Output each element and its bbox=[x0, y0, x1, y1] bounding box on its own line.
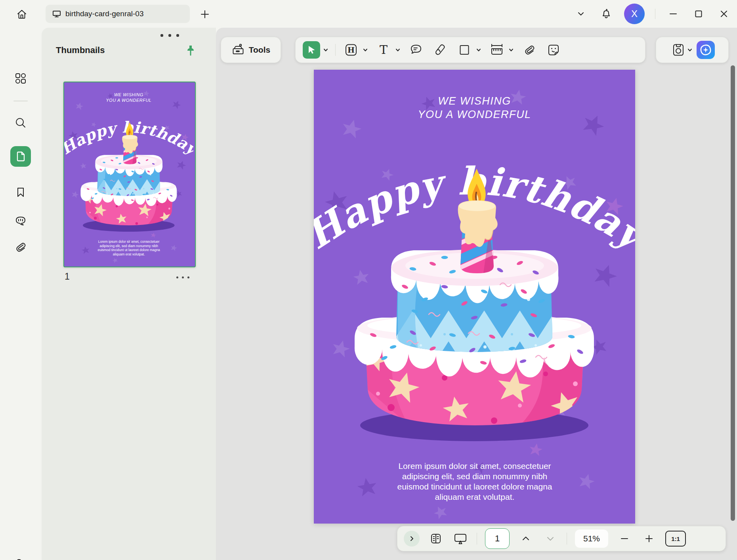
home-button[interactable] bbox=[12, 7, 32, 21]
close-button[interactable] bbox=[716, 6, 731, 21]
attachment-icon bbox=[14, 241, 27, 253]
chevron-down-icon bbox=[364, 49, 367, 51]
card-eyebrow-line1: WE WISHING bbox=[314, 94, 635, 108]
maximize-button[interactable] bbox=[691, 6, 706, 21]
page-number-input[interactable] bbox=[485, 528, 510, 549]
candle bbox=[456, 169, 498, 273]
zoom-value: 51% bbox=[583, 534, 600, 543]
tab-title: birthday-card-genral-03 bbox=[65, 10, 144, 18]
reading-mode-button[interactable] bbox=[428, 530, 444, 547]
thumbnail-page-1[interactable]: WE WISHING YOU A WONDERFUL Happy birthda… bbox=[63, 82, 196, 267]
bell-icon bbox=[601, 8, 612, 19]
minimize-button[interactable] bbox=[666, 6, 681, 21]
sticker-tool-button[interactable] bbox=[545, 41, 562, 59]
statusbar-divider bbox=[477, 533, 477, 545]
tools-button[interactable]: Tools bbox=[221, 37, 281, 63]
canvas-area: WE WISHING YOU A WONDERFUL Happy birthda… bbox=[216, 28, 737, 560]
attach-tool-button[interactable] bbox=[521, 41, 538, 59]
zoom-level[interactable]: 51% bbox=[575, 530, 608, 548]
ai-assistant-icon bbox=[700, 44, 712, 56]
select-tool-button[interactable] bbox=[303, 41, 320, 59]
previous-page-button[interactable] bbox=[517, 530, 534, 547]
sidebar-item-attachments[interactable] bbox=[10, 237, 31, 257]
presentation-mode-button[interactable] bbox=[452, 530, 469, 547]
ai-assistant-button[interactable] bbox=[697, 41, 715, 59]
shape-square-icon bbox=[460, 46, 469, 54]
measure-tool-dropdown[interactable] bbox=[508, 47, 514, 53]
snapshot-icon bbox=[672, 43, 685, 57]
actual-size-button[interactable]: 1:1 bbox=[665, 531, 686, 547]
tabs-dropdown-button[interactable] bbox=[573, 6, 588, 21]
thumbnail-card[interactable]: WE WISHING YOU A WONDERFUL Happy birthda… bbox=[64, 82, 193, 265]
expand-bar-button[interactable] bbox=[404, 531, 420, 547]
avatar[interactable]: X bbox=[624, 4, 645, 24]
snapshot-tool-dropdown[interactable] bbox=[687, 47, 693, 53]
sidebar-item-theme[interactable] bbox=[10, 554, 31, 560]
sidebar-item-bookmarks[interactable] bbox=[10, 182, 31, 202]
shape-tool-dropdown[interactable] bbox=[476, 47, 481, 53]
comment-tool-icon bbox=[409, 43, 423, 57]
card-body-text: Lorem ipsum dolor sit amet, consectetuer… bbox=[94, 240, 164, 256]
sidebar-item-apps[interactable] bbox=[10, 68, 31, 89]
pen-tool-button[interactable] bbox=[432, 41, 449, 59]
expand-icon bbox=[411, 537, 413, 541]
app-window: birthday-card-genral-03 X bbox=[0, 0, 737, 560]
presentation-icon bbox=[454, 532, 467, 545]
heading-tool-button[interactable]: H bbox=[342, 41, 360, 59]
document-tab[interactable]: birthday-card-genral-03 bbox=[46, 5, 190, 23]
snapshot-tool-button[interactable] bbox=[670, 41, 687, 59]
titlebar-divider bbox=[655, 9, 655, 19]
svg-text:H: H bbox=[347, 46, 355, 54]
next-page-button[interactable] bbox=[542, 530, 559, 547]
snapshot-ai-toolbar bbox=[656, 37, 729, 63]
pin-icon bbox=[184, 44, 197, 57]
maximize-icon bbox=[696, 11, 702, 17]
plus-icon bbox=[201, 11, 208, 18]
bottom-statusbar: 51% 1:1 bbox=[397, 526, 726, 551]
card-eyebrow-line2: YOU A WONDERFUL bbox=[314, 108, 635, 121]
vertical-scrollbar[interactable] bbox=[731, 65, 735, 521]
new-tab-button[interactable] bbox=[197, 7, 212, 21]
panel-drag-handle[interactable] bbox=[160, 34, 179, 37]
select-cursor-icon bbox=[306, 45, 317, 55]
text-icon: T bbox=[376, 43, 391, 57]
pin-panel-button[interactable] bbox=[183, 43, 199, 59]
birthday-cake-illustration bbox=[314, 168, 635, 445]
chevron-down-icon bbox=[579, 13, 583, 15]
card-eyebrow-line2: YOU A WONDERFUL bbox=[64, 98, 193, 103]
zoom-out-button[interactable] bbox=[616, 530, 633, 547]
card-eyebrow-line1: WE WISHING bbox=[64, 92, 193, 98]
card-eyebrow: WE WISHING YOU A WONDERFUL bbox=[314, 94, 635, 121]
palette-icon bbox=[14, 557, 27, 560]
sidebar-item-comments[interactable] bbox=[10, 211, 31, 232]
sticker-icon bbox=[547, 43, 560, 57]
chevron-down-icon bbox=[688, 49, 691, 51]
comment-tool-button[interactable] bbox=[407, 41, 425, 59]
statusbar-divider-2 bbox=[567, 533, 567, 545]
zoom-in-icon bbox=[646, 535, 652, 542]
close-icon bbox=[721, 11, 727, 17]
page-up-icon bbox=[523, 537, 529, 540]
home-icon bbox=[18, 10, 26, 18]
text-tool-dropdown[interactable] bbox=[395, 47, 401, 53]
select-tool-dropdown[interactable] bbox=[323, 47, 328, 53]
text-tool-button[interactable]: T bbox=[375, 41, 392, 59]
heading-icon: H bbox=[344, 43, 358, 57]
sidebar-item-pages[interactable] bbox=[10, 146, 31, 167]
comment-icon bbox=[14, 215, 27, 229]
chevron-down-icon bbox=[396, 49, 399, 51]
heading-tool-dropdown[interactable] bbox=[363, 47, 368, 53]
avatar-initial: X bbox=[631, 8, 638, 19]
search-icon bbox=[14, 116, 27, 129]
thumbnails-panel: Thumbnails bbox=[42, 28, 216, 560]
shape-tool-button[interactable] bbox=[456, 41, 473, 59]
notifications-button[interactable] bbox=[599, 6, 614, 21]
thumbnail-more-button[interactable] bbox=[176, 276, 189, 278]
reading-mode-icon bbox=[430, 532, 442, 545]
measure-tool-button[interactable] bbox=[488, 41, 506, 59]
panel-title: Thumbnails bbox=[56, 45, 105, 55]
measure-icon bbox=[490, 43, 504, 57]
sidebar-item-search[interactable] bbox=[10, 112, 31, 133]
card-page[interactable]: WE WISHING YOU A WONDERFUL Happy birthda… bbox=[314, 70, 635, 524]
zoom-in-button[interactable] bbox=[641, 530, 657, 547]
